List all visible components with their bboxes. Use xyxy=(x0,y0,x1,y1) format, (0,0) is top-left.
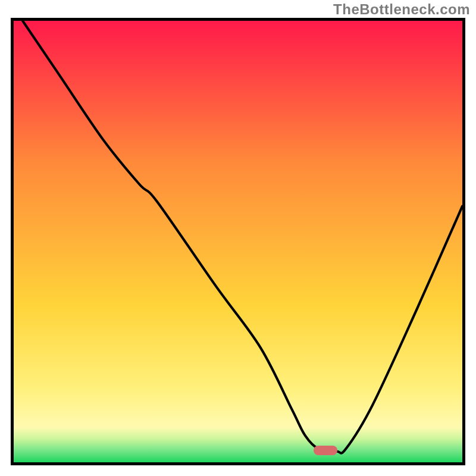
optimum-marker xyxy=(314,446,337,455)
plot-area xyxy=(11,18,465,465)
bottleneck-curve xyxy=(14,21,462,462)
curve-path xyxy=(23,21,462,453)
watermark-text: TheBottleneck.com xyxy=(333,1,470,18)
